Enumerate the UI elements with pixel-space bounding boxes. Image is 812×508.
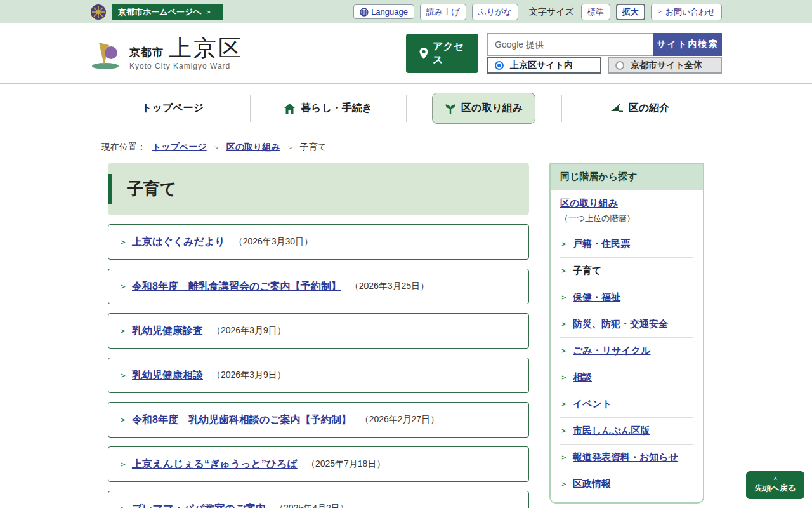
chevron-right-icon: ＞: [560, 292, 568, 303]
contact-button[interactable]: ＞ お問い合わせ: [651, 4, 722, 20]
chevron-right-icon: ＞: [560, 319, 568, 330]
breadcrumb: 現在位置： トップページ ＞ 区の取り組み ＞ 子育て: [102, 142, 710, 153]
page-title: 子育て: [127, 178, 514, 200]
site-search-input[interactable]: [487, 33, 653, 56]
nav-ward-initiatives-active-pill: 区の取り組み: [432, 93, 535, 124]
chevron-right-icon: ＞: [560, 479, 568, 490]
access-button[interactable]: アクセス: [406, 34, 478, 73]
access-label: アクセス: [433, 40, 466, 67]
search-scope-ward-option[interactable]: 上京区サイト内: [487, 57, 601, 74]
news-date: （2025年4月2日）: [275, 503, 349, 508]
sidebar-link[interactable]: 保健・福祉: [573, 291, 620, 304]
font-large-button[interactable]: 拡大: [616, 4, 645, 20]
search-scope-city-label: 京都市サイト全体: [631, 60, 702, 71]
nav-living-procedures[interactable]: 暮らし・手続き: [251, 102, 405, 115]
news-link[interactable]: 上京はぐくみだより: [132, 236, 225, 249]
sidebar-list: ＞ 戸籍・住民票 ＞ 子育て ＞ 保健・福祉: [560, 231, 693, 497]
news-date: （2026年3月30日）: [234, 236, 313, 248]
ward-logo[interactable]: 京都市 上京区 Kyoto City Kamigyo Ward: [90, 37, 243, 70]
news-link[interactable]: 乳幼児健康診査: [132, 324, 203, 338]
nav-living-procedures-label: 暮らし・手続き: [301, 102, 372, 115]
sidebar-link[interactable]: 戸籍・住民票: [573, 238, 630, 250]
breadcrumb-current: 子育て: [300, 142, 327, 153]
breadcrumb-home-link[interactable]: トップページ: [152, 142, 207, 153]
sidebar-link[interactable]: 防災、防犯・交通安全: [573, 318, 668, 330]
font-size-label: 文字サイズ: [529, 6, 574, 18]
news-item: ＞ 上京えんじぇる“ぎゅうっと”ひろば （2025年7月18日）: [108, 446, 529, 482]
kyoto-city-home-label: 京都市ホームページへ: [118, 6, 202, 18]
news-item: ＞ プレママ・パパ教室のご案内 （2025年4月2日）: [108, 491, 529, 508]
chevron-right-icon: ＞: [560, 239, 568, 250]
main-content: 子育て ＞ 上京はぐくみだより （2026年3月30日） ＞ 令和8年度 離乳食…: [108, 163, 704, 508]
sidebar-link[interactable]: 相談: [573, 371, 592, 384]
news-link[interactable]: 乳幼児健康相談: [132, 369, 203, 382]
language-button[interactable]: Language: [353, 4, 414, 19]
chevron-right-icon: ＞: [206, 8, 212, 17]
chevron-right-icon: ＞: [213, 143, 220, 152]
sidebar-link[interactable]: 区政情報: [573, 478, 611, 490]
chevron-right-icon: ＞: [560, 399, 568, 410]
breadcrumb-section-link[interactable]: 区の取り組み: [226, 142, 280, 153]
sidebar-item: ＞ 子育て: [560, 257, 693, 284]
chevron-right-icon: ＞: [119, 326, 127, 337]
sidebar-item: ＞ 防災、防犯・交通安全: [560, 311, 693, 337]
news-link[interactable]: 上京えんじぇる“ぎゅうっと”ひろば: [132, 458, 298, 471]
news-date: （2026年3月25日）: [350, 281, 429, 292]
site-search: サイト内検索 上京区サイト内 京都市サイト全体: [487, 33, 722, 74]
chevron-right-icon: ＞: [119, 370, 127, 381]
news-item: ＞ 乳幼児健康診査 （2026年3月9日）: [108, 313, 529, 349]
chevron-right-icon: ＞: [560, 345, 568, 356]
news-item: ＞ 令和8年度 乳幼児歯科相談のご案内【予約制】 （2026年2月27日）: [108, 402, 529, 438]
search-scope-ward-label: 上京区サイト内: [510, 60, 573, 71]
contact-label: お問い合わせ: [665, 6, 716, 18]
sidebar-link[interactable]: ごみ・リサイクル: [573, 345, 650, 357]
back-to-top-button[interactable]: ＾ 先頭へ戻る: [746, 471, 804, 499]
news-link[interactable]: 令和8年度 離乳食講習会のご案内【予約制】: [132, 280, 341, 293]
nav-top-page[interactable]: トップページ: [95, 102, 250, 115]
chevron-right-icon: ＞: [119, 237, 127, 248]
kyoto-city-home-link[interactable]: 京都市ホームページへ ＞: [112, 4, 223, 20]
news-date: （2026年3月9日）: [212, 325, 286, 337]
sidebar-item: ＞ 保健・福祉: [560, 284, 693, 311]
chevron-right-icon: ＞: [560, 425, 568, 436]
sidebar-link[interactable]: イベント: [573, 398, 612, 410]
chevron-right-icon: ＞: [119, 504, 127, 508]
breadcrumb-prefix: 現在位置：: [102, 142, 146, 153]
nav-ward-initiatives[interactable]: 区の取り組み: [407, 93, 561, 124]
chevron-right-icon: ＞: [657, 8, 663, 16]
news-link[interactable]: 令和8年度 乳幼児歯科相談のご案内【予約制】: [132, 413, 351, 427]
seedling-icon: [445, 103, 456, 114]
language-label: Language: [371, 7, 408, 17]
news-item: ＞ 令和8年度 離乳食講習会のご案内【予約制】 （2026年3月25日）: [108, 269, 529, 304]
nav-ward-introduction[interactable]: 区の紹介: [562, 102, 717, 115]
chevron-up-icon: ＾: [772, 476, 778, 483]
news-list: ＞ 上京はぐくみだより （2026年3月30日） ＞ 令和8年度 離乳食講習会の…: [108, 224, 529, 508]
nav-top-page-label: トップページ: [141, 102, 204, 115]
news-link[interactable]: プレママ・パパ教室のご案内: [132, 502, 266, 508]
site-header: 京都市 上京区 Kyoto City Kamigyo Ward アクセス サイト…: [0, 23, 812, 84]
search-scope-city-option[interactable]: 京都市サイト全体: [608, 57, 722, 74]
sidebar-item: ＞ イベント: [560, 391, 693, 417]
kyoto-city-emblem-icon: [90, 4, 107, 20]
font-standard-label: 標準: [587, 6, 604, 18]
sidebar-link[interactable]: 報道発表資料・お知らせ: [573, 451, 678, 464]
top-utility-bar: 京都市ホームページへ ＞ Language 読み上げ ふりがな 文字サイズ 標準…: [0, 0, 812, 23]
sidebar-item: ＞ 区政情報: [560, 471, 693, 497]
sidebar-link[interactable]: 市民しんぶん区版: [573, 425, 650, 437]
chevron-right-icon: ＞: [119, 459, 127, 470]
news-item: ＞ 上京はぐくみだより （2026年3月30日）: [108, 224, 529, 260]
sibling-nav-title: 同じ階層から探す: [551, 164, 703, 190]
sidebar-item: ＞ 戸籍・住民票: [560, 231, 693, 257]
ward-logo-icon: [90, 37, 123, 70]
font-standard-button[interactable]: 標準: [581, 4, 610, 20]
logo-city-text: 京都市: [129, 45, 164, 60]
sidebar-parent-link[interactable]: 区の取り組み: [560, 197, 618, 208]
fan-icon: [610, 104, 624, 114]
site-search-button[interactable]: サイト内検索: [653, 33, 722, 56]
font-large-label: 拡大: [622, 6, 639, 18]
home-icon: [284, 103, 296, 114]
sidebar-item: ＞ 市民しんぶん区版: [560, 417, 693, 444]
furigana-button[interactable]: ふりがな: [472, 4, 518, 20]
news-date: （2025年7月18日）: [306, 458, 386, 470]
read-aloud-button[interactable]: 読み上げ: [420, 4, 466, 20]
